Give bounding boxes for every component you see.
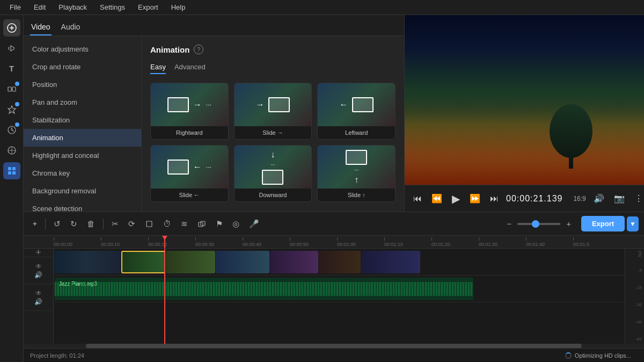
playhead[interactable]	[164, 236, 165, 248]
ruler-mark-20: 00:00:20	[148, 237, 195, 248]
prop-scene-detection[interactable]: Scene detection	[24, 200, 141, 212]
more-options-button[interactable]: ⋮	[632, 191, 644, 206]
ruler-mark-120: 00:01:20	[431, 237, 479, 248]
effects-icon[interactable]	[3, 101, 20, 118]
ruler-mark-110: 00:01:10	[384, 237, 431, 248]
overlay-button[interactable]	[194, 217, 210, 231]
anim-card-downward[interactable]: ↓ ··· Downward	[234, 145, 312, 202]
level-mark-40: -40	[627, 320, 642, 324]
prop-background-removal[interactable]: Background removal	[24, 182, 141, 200]
prop-pan-zoom[interactable]: Pan and zoom	[24, 93, 141, 111]
anim-tab-easy[interactable]: Easy	[150, 63, 166, 74]
video-clip-4[interactable]	[216, 251, 269, 273]
svg-rect-14	[12, 171, 16, 175]
ruler-mark-130: 00:01:30	[479, 237, 526, 248]
stabilize-button[interactable]: ◎	[229, 216, 243, 231]
tab-audio[interactable]: Audio	[60, 19, 82, 35]
prop-animation[interactable]: Animation	[24, 129, 141, 147]
skip-start-button[interactable]: ⏮	[411, 192, 424, 206]
screenshot-button[interactable]: 📷	[612, 191, 627, 206]
audio-clip-1[interactable]: Jazz Piano.mp3	[55, 278, 473, 300]
zoom-in-button[interactable]: +	[562, 216, 575, 231]
audio-mix-button[interactable]: ≋	[177, 216, 192, 231]
video-clip-6[interactable]	[319, 251, 361, 273]
transitions-icon[interactable]	[3, 81, 20, 98]
menu-edit[interactable]: Edit	[28, 2, 51, 12]
menu-export[interactable]: Export	[133, 2, 164, 12]
video-preview: ⏮ ⏪ ▶ ⏩ ⏭ 00:00:21.139 16:9 🔊 📷 ⋮	[405, 15, 644, 212]
menu-settings[interactable]: Settings	[94, 2, 130, 12]
video-clip-2[interactable]	[121, 251, 165, 273]
zoom-slider[interactable]	[517, 223, 560, 225]
step-back-button[interactable]: ⏪	[429, 191, 444, 206]
prop-color-adjustments[interactable]: Color adjustments	[24, 40, 141, 58]
export-dropdown-button[interactable]: ▼	[627, 216, 639, 231]
timeline-scrollbar[interactable]	[24, 344, 644, 348]
audio-mute-icon[interactable]: 🔊	[34, 298, 42, 306]
step-forward-button[interactable]: ⏩	[467, 191, 482, 206]
menu-playback[interactable]: Playback	[53, 2, 92, 12]
zoom-out-button[interactable]: −	[503, 216, 515, 231]
project-length: Project length: 01:24	[30, 352, 84, 359]
ruler-mark-0: 00:00:00	[54, 237, 101, 248]
add-to-timeline-button[interactable]: +	[29, 217, 41, 230]
export-button[interactable]: Export	[581, 216, 625, 231]
prop-crop-rotate[interactable]: Crop and rotate	[24, 58, 141, 76]
panel-tabs: Video Audio	[24, 15, 404, 36]
animation-title: Animation	[150, 45, 189, 54]
svg-rect-17	[147, 221, 152, 227]
redo-button[interactable]: ↻	[67, 216, 81, 231]
rotate-button[interactable]: ⟳	[125, 216, 139, 231]
crop-button[interactable]	[141, 217, 157, 231]
audio-eye-icon[interactable]: 👁	[35, 289, 42, 297]
prop-chroma-key[interactable]: Chroma key	[24, 164, 141, 182]
skip-end-button[interactable]: ⏭	[488, 192, 501, 206]
tab-video[interactable]: Video	[30, 19, 52, 35]
anim-tab-advanced[interactable]: Advanced	[174, 63, 206, 74]
eye-icon[interactable]: 👁	[35, 263, 42, 270]
anim-card-leftward[interactable]: ← Leftward	[317, 83, 396, 140]
optimizing-text: Optimizing HD clips...	[575, 352, 631, 359]
animation-panel: Animation ? Easy Advanced	[142, 36, 404, 212]
video-clip-3[interactable]	[166, 251, 215, 273]
text-icon[interactable]: T	[3, 60, 20, 77]
video-clip-5[interactable]	[270, 251, 318, 273]
help-icon[interactable]: ?	[194, 45, 203, 54]
play-button[interactable]: ▶	[450, 190, 462, 207]
volume-button[interactable]: 🔊	[591, 191, 606, 206]
prop-highlight-conceal[interactable]: Highlight and conceal	[24, 147, 141, 164]
cut-button[interactable]: ✂	[108, 216, 122, 231]
mic-button[interactable]: 🎤	[245, 216, 263, 231]
track-label-add: +	[24, 249, 53, 257]
overlays-icon[interactable]	[3, 142, 20, 159]
anim-card-slide-left[interactable]: ← ··· Slide ←	[150, 145, 229, 202]
svg-rect-16	[569, 153, 573, 169]
prop-stabilization[interactable]: Stabilization	[24, 111, 141, 129]
anim-card-slide-up[interactable]: ··· ↑ Slide ↑	[317, 145, 396, 202]
aspect-ratio[interactable]: 16:9	[573, 195, 586, 202]
menubar: File Edit Playback Settings Export Help	[0, 0, 644, 15]
ruler-mark-10: 00:00:10	[101, 237, 148, 248]
anim-card-rightward[interactable]: → ··· Rightward	[150, 83, 229, 140]
svg-rect-13	[8, 171, 11, 175]
menu-file[interactable]: File	[4, 2, 26, 12]
ruler-mark-30: 00:00:30	[195, 237, 243, 248]
anim-card-slide-right[interactable]: → Slide →	[234, 83, 312, 140]
svg-rect-3	[8, 87, 11, 91]
mute-icon[interactable]: 🔊	[34, 271, 42, 279]
flag-button[interactable]: ⚑	[212, 216, 226, 231]
menu-help[interactable]: Help	[166, 2, 191, 12]
video-clip-7[interactable]	[361, 251, 420, 273]
time-icon[interactable]	[3, 121, 20, 139]
video-clip-1[interactable]	[54, 251, 121, 273]
level-mark-15: -15	[627, 285, 642, 290]
svg-point-15	[550, 104, 592, 158]
delete-button[interactable]: 🗑	[83, 216, 99, 231]
audio-icon[interactable]	[3, 40, 20, 57]
timeline-tracks[interactable]: Jazz Piano.mp3	[54, 249, 625, 344]
apps-icon[interactable]	[3, 162, 20, 179]
timer-button[interactable]: ⏱	[159, 216, 175, 231]
undo-button[interactable]: ↺	[50, 216, 64, 231]
add-media-icon[interactable]	[3, 19, 20, 37]
prop-position[interactable]: Position	[24, 76, 141, 93]
